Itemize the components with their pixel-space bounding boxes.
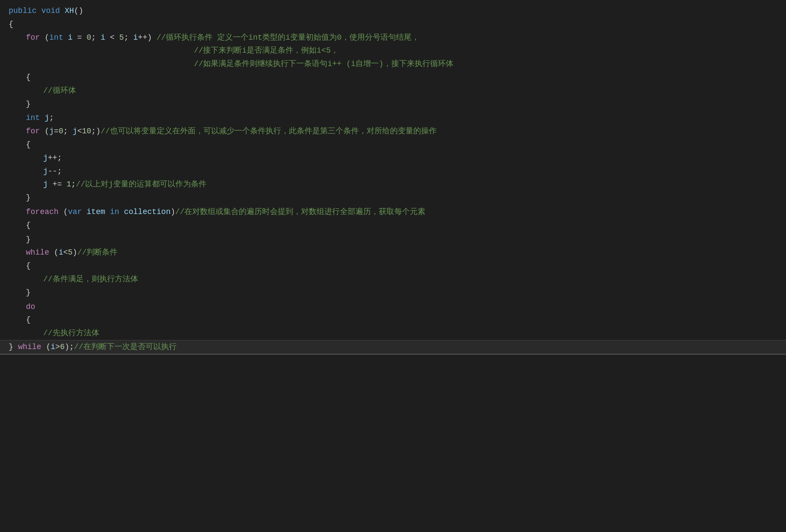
token-punc: ;) — [91, 125, 101, 138]
token-punc: ; — [91, 31, 101, 44]
code-line: { — [0, 219, 786, 232]
token-keyword-for: for — [26, 125, 40, 138]
code-line: j++; — [0, 151, 786, 165]
token-brace: { — [26, 260, 31, 272]
code-line: } while (i>6);//在判断下一次是否可以执行 — [0, 340, 786, 355]
token-keyword-for: while — [18, 341, 41, 353]
token-num: 0 — [86, 31, 91, 44]
token-punc — [60, 5, 65, 17]
token-keyword-for: foreach — [26, 206, 59, 218]
token-punc — [119, 206, 124, 218]
token-comment: //循环体 — [43, 85, 76, 97]
token-comment: //以上对j变量的运算都可以作为条件 — [76, 178, 206, 191]
token-comment: //如果满足条件则继续执行下一条语句i++ (i自增一)，接下来执行循环体 — [194, 58, 453, 70]
code-line: } — [0, 98, 786, 111]
token-punc: ; — [63, 125, 73, 138]
token-punc — [13, 341, 18, 353]
token-brace: { — [9, 18, 13, 31]
token-var-i: i — [101, 31, 105, 44]
token-var-i: i — [133, 31, 138, 44]
token-keyword-for: for — [26, 31, 40, 44]
token-var-collection: collection — [124, 206, 171, 218]
token-var-i: j — [43, 152, 48, 164]
token-comment: //也可以将变量定义在外面，可以减少一个条件执行，此条件是第三个条件，对所给的变… — [101, 125, 437, 138]
token-num: 6 — [60, 341, 65, 353]
token-punc — [40, 31, 44, 44]
token-punc: = — [54, 125, 59, 138]
token-num: 0 — [59, 125, 63, 138]
token-comment: //接下来判断i是否满足条件，例如i<5， — [194, 44, 339, 57]
token-keyword-for: while — [26, 246, 49, 259]
token-brace: } — [26, 192, 31, 204]
token-brace: } — [26, 286, 31, 299]
code-line: //接下来判断i是否满足条件，例如i<5， — [0, 44, 786, 57]
code-line: //循环体 — [0, 84, 786, 98]
token-punc: --; — [48, 165, 62, 178]
token-var-i: j — [43, 178, 48, 191]
token-punc: < — [63, 246, 68, 259]
token-brace: { — [26, 314, 31, 326]
token-punc: += — [48, 178, 67, 191]
token-keyword-int: int — [49, 31, 63, 44]
code-line: } — [0, 286, 786, 299]
code-line: for (j=0; j<10;)//也可以将变量定义在外面，可以减少一个条件执行… — [0, 125, 786, 138]
token-punc — [37, 5, 41, 17]
token-var-i: i — [68, 31, 73, 44]
token-brace: { — [26, 219, 31, 232]
token-punc: ++) — [138, 31, 156, 44]
token-punc — [105, 206, 110, 218]
token-punc: ++; — [48, 152, 62, 164]
token-var-i: j — [44, 112, 49, 124]
code-line: do — [0, 300, 786, 314]
code-line: { — [0, 18, 786, 31]
token-keyword-for: do — [26, 301, 35, 313]
token-num: 1 — [67, 178, 71, 191]
token-brace: } — [9, 341, 13, 353]
token-var-i: j — [73, 125, 77, 138]
code-line: //条件满足，则执行方法体 — [0, 273, 786, 286]
code-line: } — [0, 233, 786, 246]
token-num: 5 — [68, 246, 73, 259]
token-brace: { — [26, 139, 31, 151]
token-kw-blue: void — [41, 5, 60, 17]
code-line: for (int i = 0; i < 5; i++) //循环执行条件 定义一… — [0, 31, 786, 44]
token-var-light: XH — [65, 5, 74, 17]
token-punc: () — [74, 5, 83, 17]
token-punc: ) — [73, 246, 77, 259]
token-punc — [59, 206, 63, 218]
token-keyword-int: int — [26, 112, 40, 124]
token-punc: > — [55, 341, 60, 353]
token-punc: ; — [124, 31, 133, 44]
token-kw-blue: public — [9, 5, 37, 17]
code-line: { — [0, 313, 786, 327]
code-line: while (i<5)//判断条件 — [0, 246, 786, 259]
token-punc — [40, 112, 44, 124]
token-num: 10 — [82, 125, 92, 138]
code-line: j--; — [0, 165, 786, 178]
token-punc: < — [77, 125, 82, 138]
token-var-i: i — [59, 246, 63, 259]
token-comment: //循环执行条件 定义一个int类型的i变量初始值为0，使用分号语句结尾， — [157, 31, 419, 44]
token-punc: ( — [44, 31, 49, 44]
token-comment: //在判断下一次是否可以执行 — [74, 341, 177, 353]
token-var-item: item — [86, 206, 105, 218]
code-line: public void XH() — [0, 4, 786, 18]
token-punc: ( — [54, 246, 59, 259]
token-punc — [41, 341, 46, 353]
token-punc: < — [105, 31, 119, 44]
token-comment: //判断条件 — [77, 246, 118, 259]
code-line: { — [0, 71, 786, 84]
code-line: { — [0, 138, 786, 151]
token-punc: ; — [49, 112, 54, 124]
token-punc: ) — [171, 206, 175, 218]
token-var-i: i — [51, 341, 55, 353]
token-punc — [63, 31, 68, 44]
token-punc — [26, 58, 194, 70]
token-comment: //在对数组或集合的遍历时会提到，对数组进行全部遍历，获取每个元素 — [175, 206, 426, 218]
token-kw-in: in — [110, 206, 120, 218]
token-punc: ( — [63, 206, 68, 218]
code-editor: public void XH(){for (int i = 0; i < 5; … — [0, 0, 786, 532]
token-brace: { — [26, 71, 31, 84]
token-num: 5 — [119, 31, 124, 44]
token-punc: ( — [46, 341, 51, 353]
